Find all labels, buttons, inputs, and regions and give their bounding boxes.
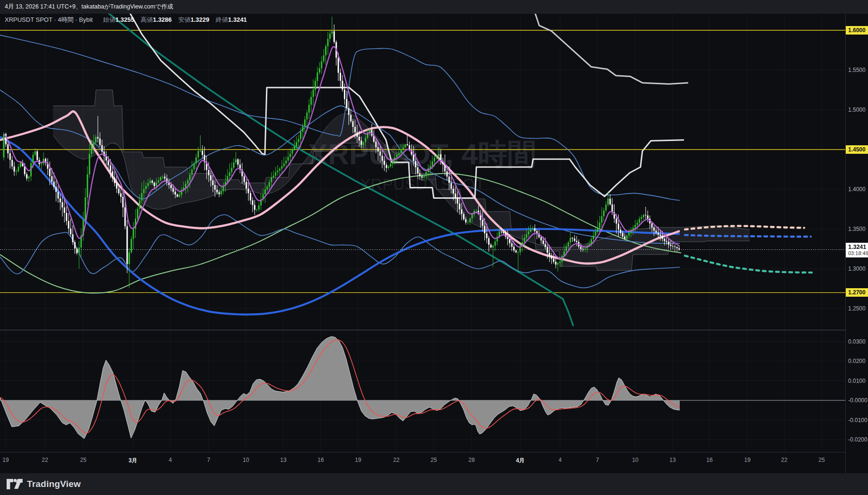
time-tick-label[interactable]: 22 [781,457,787,463]
oscillator-pane[interactable] [0,330,845,452]
time-tick-label[interactable]: 25 [818,457,824,463]
price-tick-label: 1.4000 [846,186,868,193]
indicator-tick-label: -0.0200 [846,436,868,443]
time-tick-label[interactable]: 13 [280,457,286,463]
price-axis[interactable]: 1.55001.50001.40001.35001.30001.25001.60… [845,14,868,473]
time-tick-label[interactable]: 16 [317,457,324,463]
gray-stepped-line [531,14,688,84]
time-tick-label[interactable]: 4 [169,457,172,463]
time-tick-label[interactable]: 7 [207,457,210,463]
indicator-tick-label: 0.0100 [846,378,868,384]
oscillator-area [0,336,680,439]
time-tick-label[interactable]: 19 [2,457,9,463]
indicator-tick-label: -0.0100 [846,417,868,424]
tradingview-chart-screenshot: 4月 13, 2026 17:41 UTC+9、takatabaがTrading… [0,0,868,495]
time-axis[interactable]: 1922253月47101316192225284月47101316192225 [0,452,845,474]
price-tick-label: 1.2500 [846,305,868,312]
yellow-level-label: 1.2700 [846,288,868,297]
time-tick-label[interactable]: 7 [596,457,599,463]
main-price-pane[interactable]: XRPUSDT, 4時間XRPUSDT SPOT [0,14,845,330]
time-tick-label[interactable]: 19 [355,457,361,463]
time-tick-label[interactable]: 13 [669,457,675,463]
bar-countdown: 03:18:49 [848,250,868,256]
pane-separator[interactable] [0,330,845,330]
time-tick-label[interactable]: 4月 [516,457,525,465]
tradingview-logo-icon[interactable] [7,479,23,489]
time-tick-label[interactable]: 22 [393,457,399,463]
time-tick-label[interactable]: 25 [430,457,437,463]
time-tick-label[interactable]: 4 [559,457,562,463]
time-tick-label[interactable]: 22 [42,457,48,463]
time-tick-label[interactable]: 10 [632,457,638,463]
indicator-tick-label: 0.0300 [846,338,868,345]
price-tick-label: 1.5500 [846,67,868,73]
time-tick-label[interactable]: 19 [744,457,750,463]
yellow-level-label: 1.6000 [846,26,868,35]
price-tick-label: 1.5000 [846,106,868,113]
yellow-level-label: 1.4500 [846,145,868,154]
price-tick-label: 1.3000 [846,265,868,272]
price-tick-label: 1.3500 [846,226,868,232]
green-ma-line [0,173,681,293]
time-tick-label[interactable]: 3月 [129,457,138,465]
brand-name[interactable]: TradingView [27,479,81,489]
indicator-tick-label: -0.0000 [846,397,868,404]
time-tick-label[interactable]: 28 [468,457,474,463]
attribution-text: 4月 13, 2026 17:41 UTC+9、takatabaがTrading… [5,3,173,10]
indicator-tick-label: 0.0200 [846,358,868,364]
time-tick-label[interactable]: 25 [80,457,86,463]
current-price-value: 1.3241 [848,244,868,250]
time-tick-label[interactable]: 16 [706,457,712,463]
current-price-label[interactable]: 1.324103:18:49 [846,243,868,257]
white-stepped-line [124,14,684,198]
attribution-bar: 4月 13, 2026 17:41 UTC+9、takatabaがTrading… [0,0,868,14]
brand-bar: TradingView [0,473,868,495]
teal-projection-dotted [685,256,812,273]
time-tick-label[interactable]: 10 [243,457,249,463]
